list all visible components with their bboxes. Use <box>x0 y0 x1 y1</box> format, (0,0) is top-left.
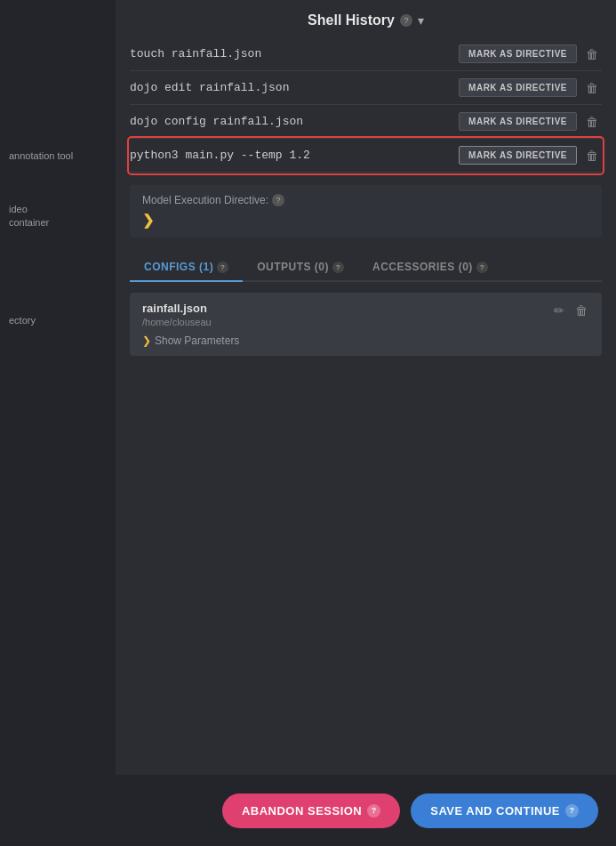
config-card-header: rainfall.json /home/clouseau ✏ 🗑 <box>142 302 589 327</box>
shell-history-help-icon[interactable]: ? <box>400 14 412 27</box>
save-and-continue-button[interactable]: SAVE AND CONTINUE ? <box>411 794 598 828</box>
history-row-highlighted: python3 main.py --temp 1.2 MARK AS DIREC… <box>130 139 602 173</box>
tab-outputs[interactable]: OUTPUTS (0) ? <box>243 254 358 282</box>
mark-directive-button[interactable]: MARK AS DIRECTIVE <box>459 146 577 165</box>
history-row: dojo edit rainfall.json MARK AS DIRECTIV… <box>130 71 602 105</box>
history-list: touch rainfall.json MARK AS DIRECTIVE 🗑 … <box>116 37 616 173</box>
abandon-session-button[interactable]: ABANDON SESSION ? <box>222 794 400 828</box>
show-params-row[interactable]: ❯ Show Parameters <box>142 334 589 347</box>
tab-outputs-help-icon[interactable]: ? <box>332 262 344 273</box>
directive-label: Model Execution Directive: ? <box>142 194 589 206</box>
tab-configs[interactable]: CONFIGS (1) ? <box>130 254 243 282</box>
history-command: dojo edit rainfall.json <box>130 81 459 94</box>
delete-history-button[interactable]: 🗑 <box>582 79 602 97</box>
shell-history-title: Shell History <box>308 12 395 28</box>
config-info: rainfall.json /home/clouseau <box>142 302 212 327</box>
tabs-bar: CONFIGS (1) ? OUTPUTS (0) ? ACCESSORIES … <box>130 254 602 282</box>
sidebar-item-directory: ectory <box>0 307 116 334</box>
shell-history-header: Shell History ? ▾ <box>116 0 616 37</box>
main-content: Shell History ? ▾ touch rainfall.json MA… <box>116 0 616 846</box>
config-edit-button[interactable]: ✏ <box>552 302 566 319</box>
save-continue-help-icon[interactable]: ? <box>565 804 579 818</box>
tab-accessories[interactable]: ACCESSORIES (0) ? <box>358 254 502 282</box>
history-actions: MARK AS DIRECTIVE 🗑 <box>459 78 602 97</box>
mark-directive-button[interactable]: MARK AS DIRECTIVE <box>459 44 577 63</box>
history-actions: MARK AS DIRECTIVE 🗑 <box>459 112 602 131</box>
history-command: python3 main.py --temp 1.2 <box>130 149 459 162</box>
delete-history-button[interactable]: 🗑 <box>582 45 602 63</box>
history-row: dojo config rainfall.json MARK AS DIRECT… <box>130 105 602 139</box>
delete-history-button[interactable]: 🗑 <box>582 113 602 131</box>
config-delete-button[interactable]: 🗑 <box>573 302 589 319</box>
show-params-chevron-icon: ❯ <box>142 334 151 347</box>
sidebar-item-annotation-tool: annotation tool <box>0 142 116 169</box>
delete-history-button[interactable]: 🗑 <box>582 147 602 165</box>
left-sidebar: annotation tool ideocontainer ectory <box>0 0 116 846</box>
mark-directive-button[interactable]: MARK AS DIRECTIVE <box>459 78 577 97</box>
history-row: touch rainfall.json MARK AS DIRECTIVE 🗑 <box>130 37 602 71</box>
show-params-label: Show Parameters <box>155 334 239 347</box>
directive-prompt: ❯ <box>142 212 589 229</box>
config-card: rainfall.json /home/clouseau ✏ 🗑 ❯ Show … <box>130 293 602 356</box>
history-actions: MARK AS DIRECTIVE 🗑 <box>459 146 602 165</box>
history-command: touch rainfall.json <box>130 47 459 60</box>
directive-help-icon[interactable]: ? <box>272 194 284 206</box>
shell-history-chevron-icon[interactable]: ▾ <box>418 13 424 28</box>
history-command: dojo config rainfall.json <box>130 115 459 128</box>
tab-configs-help-icon[interactable]: ? <box>217 262 228 273</box>
history-actions: MARK AS DIRECTIVE 🗑 <box>459 44 602 63</box>
abandon-help-icon[interactable]: ? <box>367 804 380 818</box>
config-card-actions: ✏ 🗑 <box>552 302 589 319</box>
directive-section: Model Execution Directive: ? ❯ <box>130 185 602 238</box>
mark-directive-button[interactable]: MARK AS DIRECTIVE <box>459 112 577 131</box>
config-filename: rainfall.json <box>142 302 212 315</box>
config-path: /home/clouseau <box>142 317 212 327</box>
bottom-bar: ABANDON SESSION ? SAVE AND CONTINUE ? <box>0 775 616 846</box>
sidebar-item-video-container: ideocontainer <box>0 196 116 236</box>
tab-accessories-help-icon[interactable]: ? <box>476 262 488 273</box>
